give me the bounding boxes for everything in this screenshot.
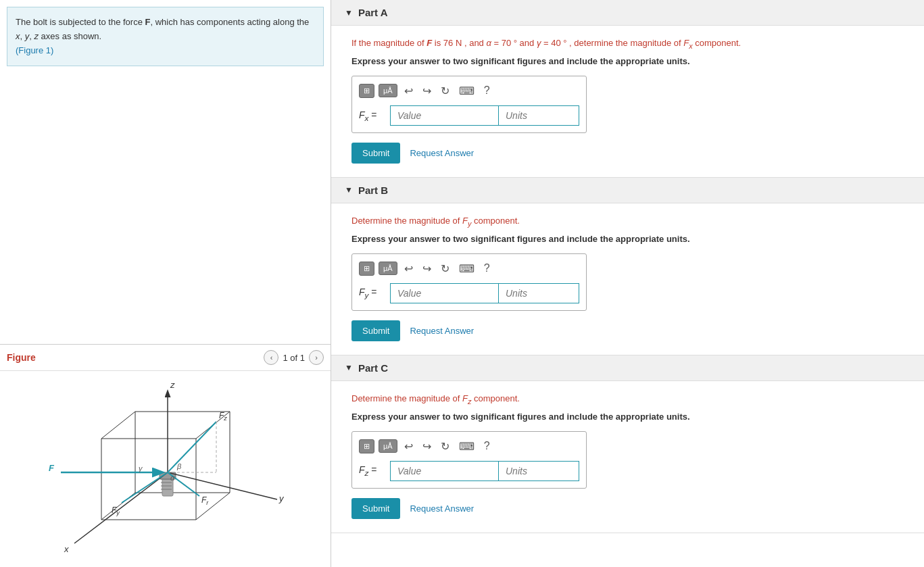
figure-header: Figure ‹ 1 of 1 › — [0, 345, 331, 371]
redo-btn-a[interactable]: ↪ — [420, 83, 434, 99]
svg-text:F: F — [49, 463, 55, 473]
help-btn-b[interactable]: ? — [481, 261, 493, 276]
figure-title: Figure — [7, 352, 36, 363]
part-b-instructions: Express your answer to two significant f… — [351, 234, 904, 244]
part-a-eq-label: Fx = — [359, 109, 386, 122]
keyboard-btn-b[interactable]: ⌨ — [456, 261, 477, 276]
part-c-submit-button[interactable]: Submit — [351, 498, 400, 519]
mu-label-b: μÅ — [383, 264, 393, 272]
mu-btn-b[interactable]: μÅ — [379, 262, 397, 275]
svg-text:Fz: Fz — [219, 411, 227, 422]
force-bold: F — [145, 17, 151, 27]
prev-nav-button[interactable]: ‹ — [264, 350, 278, 365]
part-b-answer-row: Fy = — [359, 283, 579, 303]
mu-label-a: μÅ — [383, 87, 393, 95]
part-b-header: ▼ Part B — [331, 178, 924, 203]
part-c-question: Determine the magnitude of Fz component. — [351, 392, 904, 408]
part-a-value-input[interactable] — [390, 105, 498, 126]
part-b-question: Determine the magnitude of Fy component. — [351, 214, 904, 230]
figure-nav: ‹ 1 of 1 › — [264, 350, 324, 365]
refresh-btn-b[interactable]: ↻ — [438, 261, 452, 276]
part-c-toolbar: ⊞ μÅ ↩ ↪ ↻ ⌨ ? — [359, 439, 579, 454]
part-a-content: If the magnitude of F is 76 N , and α = … — [331, 26, 924, 177]
part-a-collapse[interactable]: ▼ — [345, 8, 353, 18]
part-c-action-row: Submit Request Answer — [351, 498, 904, 519]
part-b-value-input[interactable] — [390, 283, 498, 303]
next-nav-button[interactable]: › — [309, 350, 324, 365]
part-c-label: Part C — [358, 362, 388, 374]
part-b-units-input[interactable] — [498, 283, 579, 303]
undo-btn-a[interactable]: ↩ — [402, 83, 416, 99]
grid-btn-a[interactable]: ⊞ — [359, 84, 374, 98]
svg-text:γ: γ — [139, 464, 143, 472]
part-c-request-link[interactable]: Request Answer — [410, 503, 474, 514]
part-b-toolbar: ⊞ μÅ ↩ ↪ ↻ ⌨ ? — [359, 261, 579, 276]
part-a-submit-button[interactable]: Submit — [351, 143, 400, 164]
problem-description: The bolt is subjected to the force F, wh… — [7, 7, 324, 66]
part-c-section: ▼ Part C Determine the magnitude of Fz c… — [331, 355, 924, 533]
part-a-question: If the magnitude of F is 76 N , and α = … — [351, 36, 904, 52]
svg-line-20 — [168, 472, 277, 499]
keyboard-btn-a[interactable]: ⌨ — [456, 83, 477, 99]
part-c-input-box: ⊞ μÅ ↩ ↪ ↻ ⌨ ? Fz = — [351, 431, 587, 489]
part-b-section: ▼ Part B Determine the magnitude of Fy c… — [331, 178, 924, 355]
part-c-content: Determine the magnitude of Fz component.… — [331, 381, 924, 533]
mu-btn-c[interactable]: μÅ — [379, 439, 397, 453]
help-btn-a[interactable]: ? — [481, 83, 493, 98]
part-c-eq-label: Fz = — [359, 464, 386, 477]
part-c-answer-row: Fz = — [359, 461, 579, 481]
svg-text:Fr: Fr — [201, 495, 209, 506]
redo-btn-b[interactable]: ↪ — [420, 261, 434, 276]
undo-btn-b[interactable]: ↩ — [402, 261, 416, 276]
part-c-instructions: Express your answer to two significant f… — [351, 412, 904, 422]
mu-btn-a[interactable]: μÅ — [379, 84, 397, 97]
part-b-content: Determine the magnitude of Fy component.… — [331, 203, 924, 355]
part-b-action-row: Submit Request Answer — [351, 320, 904, 341]
svg-line-6 — [101, 412, 135, 439]
part-a-label: Part A — [358, 7, 388, 18]
left-panel: The bolt is subjected to the force F, wh… — [0, 0, 331, 567]
part-a-action-row: Submit Request Answer — [351, 143, 904, 164]
svg-text:z: z — [170, 380, 175, 390]
figure-canvas: z y x F Fz Fy — [20, 371, 311, 560]
grid-btn-c[interactable]: ⊞ — [359, 439, 374, 453]
part-b-request-link[interactable]: Request Answer — [410, 326, 474, 336]
part-b-collapse[interactable]: ▼ — [345, 185, 353, 195]
refresh-btn-a[interactable]: ↻ — [438, 83, 452, 99]
part-b-input-box: ⊞ μÅ ↩ ↪ ↻ ⌨ ? Fy = — [351, 253, 587, 311]
part-a-answer-row: Fx = — [359, 105, 579, 126]
svg-line-26 — [168, 422, 216, 472]
part-c-collapse[interactable]: ▼ — [345, 363, 353, 372]
part-c-value-input[interactable] — [390, 461, 498, 481]
part-b-label: Part B — [358, 184, 388, 196]
svg-text:Fy: Fy — [112, 506, 120, 516]
figure-image-area: z y x F Fz Fy — [0, 371, 331, 567]
figure-section: Figure ‹ 1 of 1 › — [0, 344, 331, 567]
grid-icon-a: ⊞ — [364, 87, 370, 95]
part-a-request-link[interactable]: Request Answer — [410, 148, 474, 158]
keyboard-btn-c[interactable]: ⌨ — [456, 439, 477, 454]
grid-btn-b[interactable]: ⊞ — [359, 262, 374, 276]
part-a-toolbar: ⊞ μÅ ↩ ↪ ↻ ⌨ ? — [359, 83, 579, 99]
svg-text:β: β — [176, 462, 182, 470]
problem-text: The bolt is subjected to the force F, wh… — [16, 17, 309, 55]
part-a-units-input[interactable] — [498, 105, 579, 126]
undo-btn-c[interactable]: ↩ — [402, 439, 416, 454]
figure-svg: z y x F Fz Fy — [20, 371, 311, 560]
svg-text:α: α — [170, 474, 175, 482]
svg-text:y: y — [278, 493, 285, 503]
help-btn-c[interactable]: ? — [481, 439, 493, 453]
part-c-units-input[interactable] — [498, 461, 579, 481]
refresh-btn-c[interactable]: ↻ — [438, 439, 452, 454]
redo-btn-c[interactable]: ↪ — [420, 439, 434, 454]
figure-link[interactable]: (Figure 1) — [16, 45, 53, 55]
grid-icon-c: ⊞ — [364, 442, 370, 451]
grid-icon-b: ⊞ — [364, 264, 370, 273]
part-a-header: ▼ Part A — [331, 0, 924, 26]
part-a-section: ▼ Part A If the magnitude of F is 76 N ,… — [331, 0, 924, 178]
part-b-submit-button[interactable]: Submit — [351, 320, 400, 341]
svg-line-30 — [122, 472, 168, 503]
axes-text: x — [16, 31, 20, 41]
part-a-input-box: ⊞ μÅ ↩ ↪ ↻ ⌨ ? Fx = — [351, 76, 587, 133]
svg-text:x: x — [64, 544, 69, 554]
